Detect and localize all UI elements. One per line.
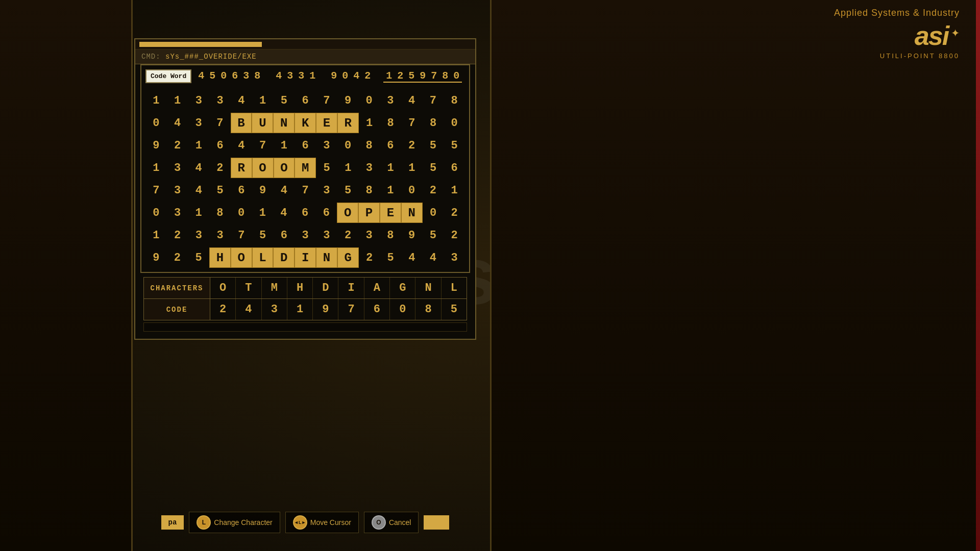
cw-group-1: 4 5 0 6 3 8: [195, 70, 263, 83]
highlight-end: [424, 515, 449, 530]
code-label: CODE: [144, 299, 210, 320]
code-word-numbers: 4 5 0 6 3 8 4 3 3 1 9 0 4 2: [195, 70, 472, 83]
control-bar: pa L Change Character ◄L► Move Cursor O …: [134, 512, 476, 533]
table-row: 9 2 1 6 4 7 1 6 3 0 8 6 2 5 5: [145, 135, 465, 156]
cancel-label: Cancel: [389, 518, 411, 527]
asi-company-name: Applied Systems & Industry: [834, 8, 960, 18]
code-word-label: Code Word: [145, 69, 191, 83]
left-panel: [0, 0, 133, 551]
cancel-btn[interactable]: O: [372, 515, 386, 530]
asi-subtitle: UTILI-POINT 8800: [834, 52, 960, 60]
change-character-label: Change Character: [214, 518, 272, 527]
terminal-window: CMD: sYs_###_OVERIDE/EXE Code Word 4 5 0…: [134, 38, 476, 340]
table-row: 9 2 5 H O L D I N G 2 5 4 4 3: [145, 247, 465, 268]
move-cursor-label: Move Cursor: [310, 518, 351, 527]
number-grid: 1 1 3 3 4 1 5 6 7 9 0 3 4 7 8 0 4 3: [145, 90, 465, 268]
code-word-row: Code Word 4 5 0 6 3 8 4 3 3 1 9: [145, 69, 465, 83]
characters-cells: O T M H D I A G N L: [210, 278, 467, 298]
code-row: CODE 2 4 3 1 9 7 6 0 8 5: [144, 299, 467, 320]
progress-bar: [139, 42, 262, 47]
password-partial: pa: [161, 515, 184, 530]
grid-outer-border: Code Word 4 5 0 6 3 8 4 3 3 1 9: [140, 64, 470, 273]
table-row: 7 3 4 5 6 9 4 7 3 5 8 1 0 2 1: [145, 180, 465, 201]
table-row: 1 1 3 3 4 1 5 6 7 9 0 3 4 7 8: [145, 90, 465, 111]
right-accent: [976, 0, 980, 551]
asi-logo-main: asi ✦: [834, 20, 960, 51]
move-cursor-btn[interactable]: ◄L►: [293, 515, 307, 530]
table-row: 1 2 3 3 7 5 6 3 3 2 3 8 9 5 2: [145, 225, 465, 245]
bottom-table: CHARACTERS O T M H D I A G N L CODE 2 4 …: [143, 277, 467, 320]
asi-logo: Applied Systems & Industry asi ✦ UTILI-P…: [834, 8, 960, 60]
table-row: 0 3 1 8 0 1 4 6 6 O P E N 0 2: [145, 203, 465, 223]
move-cursor-control[interactable]: ◄L► Move Cursor: [285, 512, 359, 533]
cmd-bar: CMD: sYs_###_OVERIDE/EXE: [135, 49, 475, 64]
asi-star: ✦: [951, 23, 960, 41]
cmd-value: sYs_###_OVERIDE/EXE: [165, 53, 257, 61]
asi-text: asi: [915, 20, 948, 51]
cw-group-4: 1 2 5 9 7 8 0: [383, 70, 462, 83]
table-row: 0 4 3 7 B U N K E R 1 8 7 8 0: [145, 113, 465, 133]
right-panel: [490, 0, 980, 551]
cmd-label: CMD:: [141, 53, 161, 61]
characters-row: CHARACTERS O T M H D I A G N L: [144, 278, 467, 299]
status-bar: [143, 322, 467, 332]
code-cells: 2 4 3 1 9 7 6 0 8 5: [210, 299, 467, 320]
table-row: 1 3 4 2 R O O M 5 1 3 1 1 5 6: [145, 158, 465, 178]
cw-group-2: 4 3 3 1: [273, 70, 318, 83]
change-character-control[interactable]: L Change Character: [189, 512, 280, 533]
cancel-control[interactable]: O Cancel: [364, 512, 419, 533]
cw-group-3: 9 0 4 2: [328, 70, 373, 83]
change-character-btn[interactable]: L: [197, 515, 211, 530]
characters-label: CHARACTERS: [144, 278, 210, 298]
progress-area: [135, 39, 475, 49]
